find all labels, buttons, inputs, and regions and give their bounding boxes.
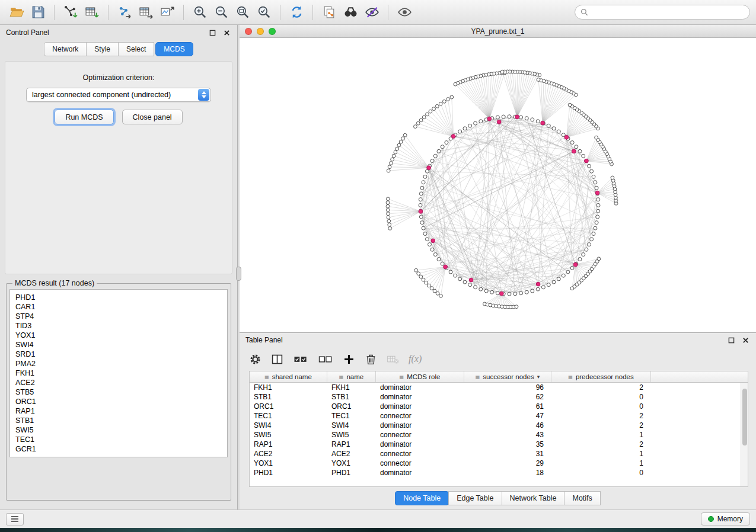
toolbar-separator — [280, 5, 280, 20]
maximize-window-button[interactable] — [269, 28, 276, 35]
result-item[interactable]: PHD1 — [10, 293, 227, 302]
show-columns-button[interactable] — [271, 353, 283, 366]
search-box[interactable] — [575, 5, 750, 20]
zoom-selected-button[interactable] — [253, 2, 275, 23]
network-titlebar[interactable]: YPA_prune.txt_1 — [240, 25, 756, 38]
result-item[interactable]: CAR1 — [10, 302, 227, 312]
table-cell: 2 — [551, 421, 651, 430]
show-graphics-details-button[interactable] — [394, 2, 415, 23]
memory-button[interactable]: Memory — [701, 512, 750, 525]
tab-select[interactable]: Select — [118, 42, 154, 56]
table-row[interactable]: SWI5SWI5connector431 — [250, 430, 748, 440]
import-network-button[interactable] — [60, 2, 81, 23]
table-cell: connector — [376, 411, 464, 421]
network-window: YPA_prune.txt_1 — [240, 25, 756, 333]
tab-style[interactable]: Style — [86, 42, 119, 56]
table-row[interactable]: ORC1ORC1dominator610 — [250, 402, 748, 411]
table-row[interactable]: TEC1TEC1connector472 — [250, 411, 748, 421]
result-item[interactable]: SWI4 — [10, 340, 227, 350]
table-row[interactable]: YOX1YOX1connector291 — [250, 459, 748, 468]
minimize-window-button[interactable] — [257, 28, 264, 35]
destroy-table-button[interactable] — [387, 353, 399, 366]
column-header-MCDS-role[interactable]: ▦MCDS role — [376, 371, 464, 382]
result-item[interactable]: FKH1 — [10, 368, 227, 378]
task-history-button[interactable] — [6, 513, 24, 525]
delete-column-button[interactable] — [365, 353, 377, 366]
tab-edge-table[interactable]: Edge Table — [448, 491, 502, 505]
search-network-button[interactable] — [340, 2, 361, 23]
search-input[interactable] — [592, 8, 744, 17]
result-item[interactable]: ORC1 — [10, 397, 227, 406]
function-builder-button[interactable]: f(x) — [409, 354, 422, 364]
float-panel-button[interactable] — [208, 28, 217, 37]
close-window-button[interactable] — [245, 28, 252, 35]
tab-mcds[interactable]: MCDS — [155, 42, 193, 56]
table-settings-button[interactable] — [249, 353, 261, 366]
table-scrollbar[interactable] — [741, 383, 748, 486]
optimization-criterion-select[interactable]: largest connected component (undirected) — [26, 88, 211, 102]
table-cell: STB1 — [250, 392, 327, 402]
deselect-all-button[interactable] — [318, 353, 333, 366]
result-item[interactable]: STB5 — [10, 387, 227, 397]
column-label: name — [346, 373, 363, 380]
scrollbar-thumb[interactable] — [742, 389, 747, 446]
import-table-button[interactable] — [81, 2, 103, 23]
table-row[interactable]: SWI4SWI4dominator462 — [250, 421, 748, 430]
column-header-name[interactable]: ▦name — [327, 371, 376, 382]
table-row[interactable]: RAP1RAP1dominator352 — [250, 440, 748, 449]
binoculars-icon — [343, 5, 358, 20]
run-mcds-button[interactable]: Run MCDS — [55, 110, 113, 124]
close-panel-button[interactable] — [222, 28, 231, 37]
zoom-out-button[interactable] — [210, 2, 232, 23]
table-row[interactable]: PHD1PHD1dominator180 — [250, 468, 748, 477]
table-row[interactable]: STB1STB1dominator620 — [250, 392, 748, 402]
result-item[interactable]: RAP1 — [10, 406, 227, 416]
toolbar-separator — [108, 5, 109, 20]
network-canvas[interactable] — [240, 38, 756, 332]
export-table-button[interactable] — [135, 2, 157, 23]
result-item[interactable]: PMA2 — [10, 359, 227, 368]
result-item[interactable]: TID3 — [10, 321, 227, 331]
save-button[interactable] — [27, 2, 49, 23]
tab-motifs[interactable]: Motifs — [564, 491, 600, 505]
float-table-panel-button[interactable] — [727, 336, 736, 345]
result-item[interactable]: SRD1 — [10, 350, 227, 359]
result-item[interactable]: SWI5 — [10, 425, 227, 435]
result-item[interactable]: ACE2 — [10, 378, 227, 387]
create-column-button[interactable] — [343, 353, 355, 366]
table-cell: 43 — [464, 430, 551, 440]
copy-view-button[interactable] — [318, 2, 340, 23]
select-all-button[interactable] — [293, 353, 308, 366]
table-row[interactable]: FKH1FKH1dominator962 — [250, 383, 748, 392]
splitter-handle-icon[interactable] — [236, 267, 241, 281]
column-header-successor-nodes[interactable]: ▦successor nodes▾ — [464, 371, 551, 382]
result-item[interactable]: STP4 — [10, 312, 227, 321]
result-item[interactable]: GCR1 — [10, 444, 227, 454]
status-bar: Memory — [0, 509, 756, 528]
hide-graphics-details-button[interactable] — [361, 2, 382, 23]
column-header-shared-name[interactable]: ▦shared name — [250, 371, 327, 382]
table-row[interactable]: ACE2ACE2connector311 — [250, 449, 748, 459]
result-item[interactable]: TEC1 — [10, 435, 227, 444]
tab-network-table[interactable]: Network Table — [502, 491, 565, 505]
export-image-button[interactable] — [157, 2, 178, 23]
zoom-in-button[interactable] — [189, 2, 210, 23]
column-header-predecessor-nodes[interactable]: ▦predecessor nodes — [551, 371, 651, 382]
tab-network[interactable]: Network — [44, 42, 87, 56]
close-table-panel-button[interactable] — [741, 336, 750, 345]
result-item[interactable]: STB1 — [10, 416, 227, 425]
tab-node-table[interactable]: Node Table — [395, 491, 449, 505]
close-panel-action-button[interactable]: Close panel — [122, 110, 183, 124]
refresh-button[interactable] — [286, 2, 307, 23]
panel-splitter[interactable] — [238, 25, 240, 509]
table-cell: 29 — [464, 459, 551, 468]
table-cell: 0 — [551, 392, 651, 402]
table-cell: 31 — [464, 449, 551, 459]
mcds-result-list[interactable]: PHD1CAR1STP4TID3YOX1SWI4SRD1PMA2FKH1ACE2… — [9, 289, 228, 457]
open-file-button[interactable] — [6, 2, 27, 23]
table-panel-header: Table Panel — [240, 333, 756, 347]
zoom-fit-button[interactable] — [232, 2, 253, 23]
table-body[interactable]: FKH1FKH1dominator962STB1STB1dominator620… — [250, 383, 748, 486]
result-item[interactable]: YOX1 — [10, 331, 227, 340]
export-network-button[interactable] — [114, 2, 135, 23]
